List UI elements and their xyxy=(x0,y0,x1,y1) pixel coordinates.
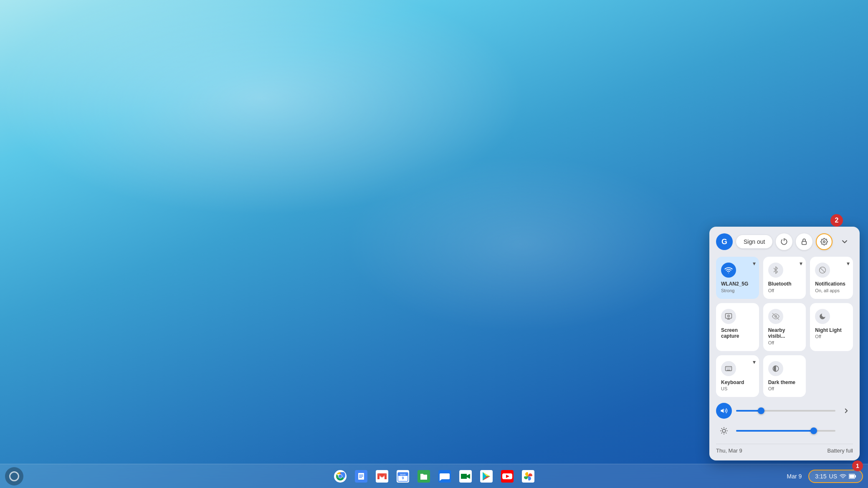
wifi-status-icon xyxy=(840,473,846,480)
bluetooth-tile[interactable]: ▾ Bluetooth Off xyxy=(763,257,806,298)
dark-theme-tile[interactable]: Dark theme Off xyxy=(763,355,806,397)
bluetooth-sublabel: Off xyxy=(768,288,774,293)
wifi-tile[interactable]: ▾ WLAN2_5G Strong xyxy=(716,257,759,298)
wifi-sublabel: Strong xyxy=(721,288,734,293)
brightness-thumb[interactable] xyxy=(810,427,817,434)
svg-rect-57 xyxy=(849,474,854,478)
svg-text:9: 9 xyxy=(402,476,404,480)
night-light-tile[interactable]: Night Light Off xyxy=(810,303,853,351)
app-icon-gmail[interactable] xyxy=(373,467,391,485)
wifi-tile-icon xyxy=(721,263,736,278)
svg-line-24 xyxy=(721,428,722,429)
svg-marker-20 xyxy=(721,409,724,413)
svg-line-28 xyxy=(721,433,722,433)
keyboard-layout-label: US xyxy=(829,473,837,480)
keyboard-icon xyxy=(721,361,736,376)
signout-button[interactable]: Sign out xyxy=(736,235,772,248)
app-icon-files[interactable] xyxy=(415,467,433,485)
user-avatar[interactable]: G xyxy=(716,233,733,250)
wifi-label: WLAN2_5G xyxy=(721,281,748,287)
svg-line-25 xyxy=(726,433,726,433)
bluetooth-tile-icon xyxy=(768,263,783,278)
svg-line-29 xyxy=(726,428,726,429)
svg-rect-0 xyxy=(802,242,807,245)
qs-expand-button[interactable] xyxy=(836,233,853,250)
svg-point-21 xyxy=(722,429,726,432)
desktop: 2 G Sign out xyxy=(0,0,868,488)
qs-header: G Sign out xyxy=(716,233,853,250)
volume-icon-button[interactable] xyxy=(716,403,732,419)
keyboard-tile[interactable]: ▾ Keyboard US xyxy=(716,355,759,397)
brightness-track[interactable] xyxy=(736,430,835,432)
app-icon-docs[interactable] xyxy=(352,467,370,485)
settings-button[interactable] xyxy=(816,233,833,250)
volume-thumb[interactable] xyxy=(758,407,764,414)
notifications-label: Notifications xyxy=(815,281,845,287)
keyboard-label: Keyboard xyxy=(721,379,744,385)
svg-rect-36 xyxy=(359,475,363,475)
app-icon-chrome[interactable] xyxy=(331,467,349,485)
svg-rect-56 xyxy=(855,475,856,477)
screen-capture-label: Screen capture xyxy=(721,327,754,339)
svg-point-33 xyxy=(339,475,342,478)
taskbar-right: Mar 9 3:15 US xyxy=(787,470,863,483)
keyboard-sublabel: US xyxy=(721,386,727,391)
brightness-fill xyxy=(736,430,814,432)
tray-notification-badge: 1 xyxy=(852,460,863,471)
panel-notification-badge: 2 xyxy=(830,214,843,227)
footer-battery: Battery full xyxy=(828,448,853,454)
dark-theme-sublabel: Off xyxy=(768,386,774,391)
keyboard-expand-icon: ▾ xyxy=(753,359,756,365)
taskbar-left xyxy=(5,467,27,485)
qs-sliders xyxy=(716,403,853,439)
app-icon-meet[interactable] xyxy=(456,467,475,485)
taskbar-center: MAR 9 xyxy=(331,467,537,485)
svg-rect-38 xyxy=(359,477,362,478)
app-icon-play[interactable] xyxy=(477,467,496,485)
app-icon-calendar[interactable]: MAR 9 xyxy=(394,467,412,485)
quick-settings-panel: 2 G Sign out xyxy=(709,227,860,460)
nearby-label: Nearby visibi... xyxy=(768,327,801,339)
system-tray-time: 3:15 xyxy=(815,473,826,480)
svg-rect-6 xyxy=(726,314,732,318)
volume-slider-row xyxy=(716,403,853,419)
svg-rect-37 xyxy=(359,476,363,477)
brightness-icon-button[interactable] xyxy=(716,423,732,439)
taskbar-date: Mar 9 xyxy=(787,473,802,480)
svg-line-5 xyxy=(820,268,825,273)
night-light-icon xyxy=(815,309,830,324)
system-tray[interactable]: 3:15 US xyxy=(808,470,863,483)
svg-rect-48 xyxy=(461,474,467,479)
nearby-tile[interactable]: Nearby visibi... Off xyxy=(763,303,806,351)
taskbar: MAR 9 xyxy=(0,464,868,488)
nearby-icon xyxy=(768,309,783,324)
wifi-expand-icon: ▾ xyxy=(753,260,756,267)
svg-point-1 xyxy=(823,241,825,243)
battery-icon xyxy=(849,473,856,479)
qs-footer: Thu, Mar 9 Battery full xyxy=(716,444,853,454)
notifications-tile[interactable]: ▾ Notifications On, all apps xyxy=(810,257,853,298)
bluetooth-expand-icon: ▾ xyxy=(800,260,802,267)
dark-theme-label: Dark theme xyxy=(768,379,795,385)
app-icon-photos[interactable] xyxy=(519,467,537,485)
bluetooth-label: Bluetooth xyxy=(768,281,792,287)
screen-capture-icon xyxy=(721,309,736,324)
lock-button[interactable] xyxy=(796,233,812,250)
power-button[interactable] xyxy=(776,233,792,250)
volume-expand-button[interactable] xyxy=(840,404,853,417)
app-icon-messages[interactable] xyxy=(435,467,454,485)
brightness-slider-row xyxy=(716,423,853,439)
night-light-label: Night Light xyxy=(815,327,841,333)
dark-theme-icon xyxy=(768,361,783,376)
nearby-sublabel: Off xyxy=(768,340,774,345)
notifications-tile-icon xyxy=(815,263,830,278)
notifications-expand-icon: ▾ xyxy=(847,260,850,267)
screen-capture-tile[interactable]: Screen capture xyxy=(716,303,759,351)
notifications-sublabel: On, all apps xyxy=(815,288,840,293)
night-light-sublabel: Off xyxy=(815,334,821,339)
launcher-button[interactable] xyxy=(5,467,23,485)
volume-track[interactable] xyxy=(736,410,835,412)
svg-point-7 xyxy=(728,315,730,317)
app-icon-youtube[interactable] xyxy=(498,467,516,485)
qs-tiles-grid: ▾ WLAN2_5G Strong ▾ Bluetooth Off xyxy=(716,257,853,397)
